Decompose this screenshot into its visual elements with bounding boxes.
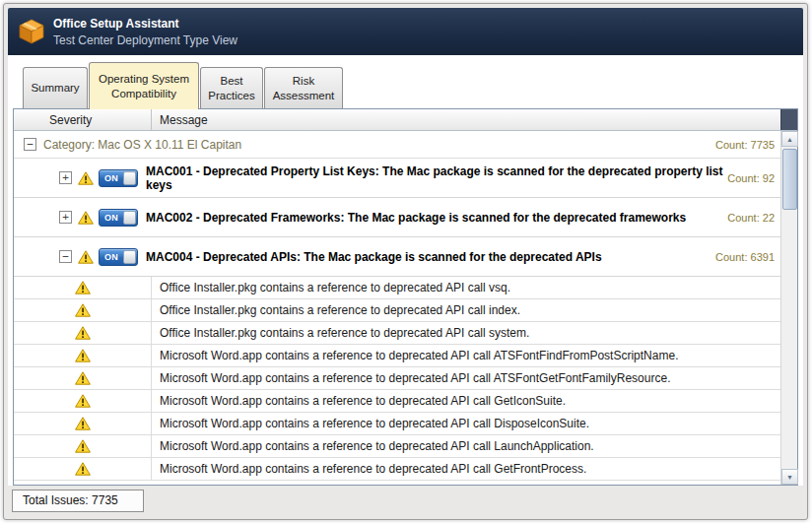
issue-text: Office Installer.pkg contains a referenc…: [152, 303, 780, 317]
issue-severity-cell: [14, 322, 152, 344]
tab-operating-system-compatibility[interactable]: Operating System Compatibility: [89, 62, 199, 109]
category-row: − Category: Mac OS X 10.11 El Capitan Co…: [14, 131, 780, 159]
rule-row: + ON MAC001 - Deprecated Property List K…: [14, 159, 780, 198]
issue-severity-cell: [14, 277, 152, 298]
rule-on-toggle[interactable]: ON: [99, 209, 138, 227]
tab-risk-assessment[interactable]: Risk Assessment: [264, 67, 343, 108]
issue-text: Microsoft Word.app contains a reference …: [152, 394, 780, 408]
tab-strip: Summary Operating System Compatibility B…: [13, 55, 798, 108]
category-expand-icon[interactable]: −: [24, 138, 36, 151]
issue-row: Microsoft Word.app contains a reference …: [14, 367, 780, 390]
issue-text: Microsoft Word.app contains a reference …: [152, 417, 780, 430]
expand-icon[interactable]: +: [59, 211, 72, 224]
rule-row: + ON MAC002 - Deprecated Frameworks: The…: [14, 198, 780, 237]
warning-icon: [78, 171, 94, 185]
vertical-scrollbar[interactable]: ▲ ▼: [780, 131, 797, 485]
rule-row: − ON MAC004 - Deprecated APIs: The Mac p…: [14, 237, 780, 277]
issue-text: Microsoft Word.app contains a reference …: [152, 349, 780, 362]
app-box-icon: [18, 19, 45, 44]
issue-row: Microsoft Word.app contains a reference …: [14, 390, 780, 413]
warning-icon: [78, 250, 94, 264]
issue-text: Microsoft Word.app contains a reference …: [152, 462, 780, 476]
expand-icon[interactable]: +: [59, 171, 72, 184]
rule-on-toggle[interactable]: ON: [99, 169, 138, 187]
rule-count: Count: 22: [727, 212, 780, 224]
toggle-knob: [123, 211, 136, 225]
toggle-label: ON: [100, 213, 118, 223]
window-title: Office Setup Assistant: [53, 17, 237, 31]
toggle-knob: [123, 171, 136, 185]
rule-text: MAC002 - Deprecated Frameworks: The Mac …: [146, 211, 686, 225]
window-body: Summary Operating System Compatibility B…: [8, 55, 803, 486]
issue-severity-cell: [14, 367, 152, 389]
warning-icon: [75, 417, 91, 430]
column-header-row: Severity Message: [14, 109, 797, 131]
expand-icon[interactable]: −: [59, 250, 72, 263]
issue-text: Microsoft Word.app contains a reference …: [152, 371, 780, 385]
issue-severity-cell: [14, 458, 152, 480]
warning-icon: [75, 439, 91, 453]
warning-icon: [75, 394, 91, 408]
tab-best-practices[interactable]: Best Practices: [200, 67, 263, 108]
warning-icon: [75, 326, 91, 340]
window-subtitle: Test Center Deployment Type View: [53, 33, 237, 47]
issue-severity-cell: [14, 390, 152, 412]
total-issues-box: Total Issues: 7735: [12, 490, 144, 512]
results-grid: Severity Message − Category: Mac OS X 10…: [13, 108, 798, 486]
issue-severity-cell: [14, 299, 152, 321]
header-corner-filler: [780, 109, 797, 130]
scroll-down-button[interactable]: ▼: [781, 469, 798, 485]
issue-severity-cell: [14, 345, 152, 366]
column-header-severity[interactable]: Severity: [14, 109, 152, 130]
rule-count: Count: 6391: [715, 251, 780, 263]
issue-text: Office Installer.pkg contains a referenc…: [152, 281, 780, 294]
scroll-up-button[interactable]: ▲: [781, 131, 798, 147]
category-label: Category: Mac OS X 10.11 El Capitan: [43, 138, 241, 152]
issue-severity-cell: [14, 435, 152, 457]
warning-icon: [75, 303, 91, 317]
issue-row: Microsoft Word.app contains a reference …: [14, 435, 780, 458]
title-bar: Office Setup Assistant Test Center Deplo…: [8, 8, 803, 55]
rule-on-toggle[interactable]: ON: [99, 248, 138, 266]
status-bar: Total Issues: 7735: [8, 486, 803, 515]
issue-text: Office Installer.pkg contains a referenc…: [152, 326, 780, 340]
app-window: Office Setup Assistant Test Center Deplo…: [3, 3, 808, 520]
warning-icon: [75, 281, 91, 294]
issue-row: Office Installer.pkg contains a referenc…: [14, 299, 780, 322]
issue-text: Microsoft Word.app contains a reference …: [152, 439, 780, 453]
grid-rows: − Category: Mac OS X 10.11 El Capitan Co…: [14, 131, 797, 485]
issue-row: Microsoft Word.app contains a reference …: [14, 345, 780, 367]
scrollbar-thumb[interactable]: [782, 149, 797, 210]
issue-row: Microsoft Word.app contains a reference …: [14, 413, 780, 435]
toggle-label: ON: [100, 173, 118, 183]
warning-icon: [75, 462, 91, 476]
issue-row: Office Installer.pkg contains a referenc…: [14, 322, 780, 345]
tab-summary[interactable]: Summary: [23, 67, 88, 108]
toggle-knob: [123, 250, 136, 264]
issue-severity-cell: [14, 413, 152, 434]
issue-row: Microsoft Word.app contains a reference …: [14, 458, 780, 481]
warning-icon: [78, 211, 94, 225]
column-header-message[interactable]: Message: [152, 109, 780, 130]
rule-text: MAC001 - Deprecated Property List Keys: …: [146, 164, 727, 192]
rule-count: Count: 92: [727, 172, 780, 184]
warning-icon: [75, 349, 91, 362]
warning-icon: [75, 371, 91, 385]
issue-row: Office Installer.pkg contains a referenc…: [14, 277, 780, 299]
toggle-label: ON: [100, 252, 118, 262]
category-count: Count: 7735: [715, 139, 780, 151]
rule-text: MAC004 - Deprecated APIs: The Mac packag…: [146, 250, 602, 264]
